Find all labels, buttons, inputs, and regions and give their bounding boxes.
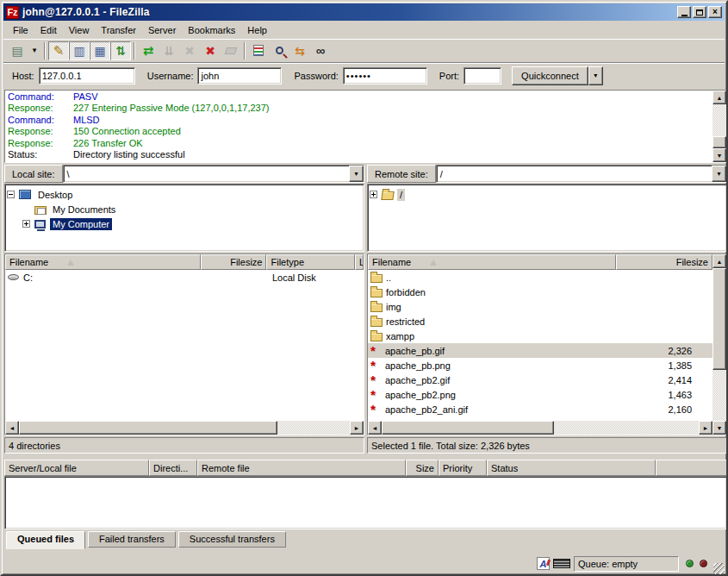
scrollbar-thumb[interactable]: [382, 421, 554, 435]
tree-label-selected-inactive[interactable]: /: [397, 189, 405, 201]
column-header-size[interactable]: Size: [406, 460, 439, 476]
port-input[interactable]: [464, 67, 501, 85]
scroll-up-button[interactable]: [712, 91, 726, 104]
menu-bookmarks[interactable]: Bookmarks: [182, 23, 241, 37]
refresh-button[interactable]: ⇄: [138, 41, 159, 60]
collapse-icon[interactable]: [7, 191, 15, 198]
scrollbar-thumb[interactable]: [712, 136, 726, 148]
remote-vertical-scrollbar[interactable]: [712, 254, 726, 435]
tree-label[interactable]: My Documents: [50, 203, 118, 216]
local-site-combobox[interactable]: \ ▾: [63, 165, 364, 183]
column-header-filetype[interactable]: Filetype: [266, 254, 355, 270]
column-header-filename[interactable]: Filename: [5, 254, 201, 270]
remote-site-dropdown[interactable]: ▾: [712, 166, 726, 182]
resize-grip[interactable]: [713, 563, 725, 574]
remote-site-combobox[interactable]: / ▾: [436, 165, 727, 183]
local-horizontal-scrollbar[interactable]: [5, 421, 364, 435]
site-manager-button[interactable]: ▤: [7, 41, 28, 60]
scroll-left-button[interactable]: [5, 421, 19, 435]
remote-row-file[interactable]: *apache_pb2_ani.gif2,160: [368, 402, 712, 416]
scrollbar-track[interactable]: [19, 421, 350, 435]
remote-row-folder[interactable]: restricted: [368, 314, 712, 329]
tab-failed-transfers[interactable]: Failed transfers: [88, 531, 176, 548]
column-header-filesize[interactable]: Filesize: [201, 254, 267, 270]
tree-item-root[interactable]: /: [370, 187, 725, 202]
tree-label[interactable]: Desktop: [35, 189, 75, 201]
toggle-remote-tree-button[interactable]: ▦: [90, 41, 110, 60]
scrollbar-track[interactable]: [712, 268, 726, 421]
scroll-up-button[interactable]: [712, 254, 726, 268]
local-site-dropdown[interactable]: ▾: [349, 166, 364, 182]
local-row-c-drive[interactable]: C: Local Disk: [5, 270, 364, 285]
quickconnect-button[interactable]: Quickconnect: [512, 66, 588, 85]
queue-body[interactable]: [4, 476, 727, 529]
column-header-filesize[interactable]: Filesize: [616, 254, 712, 270]
tree-item-my-documents[interactable]: My Documents: [7, 202, 362, 216]
column-header-status[interactable]: Status: [487, 460, 656, 476]
remote-row-parent-dir[interactable]: ..: [368, 270, 712, 285]
cancel-operation-button[interactable]: ✖: [179, 41, 200, 60]
scrollbar-track[interactable]: [382, 421, 699, 435]
menu-server[interactable]: Server: [142, 23, 182, 37]
tab-successful-transfers[interactable]: Successful transfers: [178, 531, 286, 548]
scroll-left-button[interactable]: [368, 421, 382, 435]
tree-item-my-computer[interactable]: My Computer: [7, 216, 362, 231]
expand-icon[interactable]: [22, 220, 30, 228]
username-input[interactable]: [197, 67, 282, 85]
tree-label-selected[interactable]: My Computer: [50, 218, 112, 230]
scrollbar-thumb[interactable]: [712, 268, 726, 370]
remote-site-path[interactable]: /: [437, 166, 712, 182]
scrollbar-track[interactable]: [712, 104, 726, 148]
reconnect-button[interactable]: [221, 41, 241, 60]
scroll-right-button[interactable]: [350, 421, 364, 435]
toggle-message-log-button[interactable]: ✎: [48, 41, 69, 60]
remote-row-folder[interactable]: xampp: [368, 329, 712, 343]
toggle-queue-button[interactable]: ⇅: [110, 41, 131, 60]
toggle-local-tree-button[interactable]: ▥: [69, 41, 90, 60]
menu-edit[interactable]: Edit: [34, 23, 63, 37]
log-scrollbar[interactable]: [712, 91, 726, 162]
tab-queued-files[interactable]: Queued files: [6, 531, 85, 549]
tree-item-desktop[interactable]: Desktop: [7, 187, 362, 202]
column-header-remote-file[interactable]: Remote file: [197, 460, 406, 476]
column-header-direction[interactable]: Directi...: [149, 460, 197, 476]
menu-transfer[interactable]: Transfer: [95, 23, 142, 37]
scrollbar-thumb[interactable]: [19, 421, 277, 435]
site-manager-dropdown[interactable]: ▾: [28, 41, 41, 60]
scroll-right-button[interactable]: [699, 421, 712, 435]
process-queue-button[interactable]: ⇊: [159, 41, 179, 60]
column-header-priority[interactable]: Priority: [439, 460, 487, 476]
minimize-button[interactable]: [677, 6, 691, 18]
directory-comparison-button[interactable]: [269, 41, 289, 60]
find-files-button[interactable]: ∞: [310, 41, 331, 60]
remote-row-folder[interactable]: img: [368, 299, 712, 314]
remote-row-file[interactable]: *apache_pb2.png1,463: [368, 387, 712, 402]
column-header-last-modified[interactable]: L: [355, 254, 364, 270]
password-input[interactable]: [343, 67, 427, 85]
title-bar[interactable]: Fz john@127.0.0.1 - FileZilla ×: [3, 3, 725, 21]
column-header-filename[interactable]: Filename: [368, 254, 616, 270]
host-input[interactable]: [39, 67, 135, 85]
menu-view[interactable]: View: [63, 23, 96, 37]
scroll-down-button[interactable]: [712, 148, 726, 162]
activity-led-red: [700, 560, 707, 567]
close-button[interactable]: ×: [708, 6, 722, 18]
local-site-path[interactable]: \: [64, 166, 349, 182]
synchronized-browsing-button[interactable]: ⇆: [289, 41, 310, 60]
speed-limit-icon[interactable]: [553, 559, 570, 568]
remote-row-file[interactable]: *apache_pb2.gif2,414: [368, 373, 712, 387]
directory-filters-button[interactable]: [248, 41, 269, 60]
quickconnect-dropdown[interactable]: ▾: [588, 66, 603, 85]
column-header-server-local-file[interactable]: Server/Local file: [4, 460, 149, 476]
remote-horizontal-scrollbar[interactable]: [368, 421, 712, 435]
transfer-type-icon[interactable]: A: [537, 557, 550, 570]
remote-row-file[interactable]: *apache_pb.png1,385: [368, 358, 712, 373]
disconnect-button[interactable]: ✖: [200, 41, 221, 60]
maximize-button[interactable]: [693, 6, 706, 18]
remote-row-file-selected[interactable]: *apache_pb.gif2,326: [368, 343, 712, 358]
expand-icon[interactable]: [370, 191, 377, 198]
remote-row-folder[interactable]: forbidden: [368, 285, 712, 299]
scroll-down-button[interactable]: [712, 421, 726, 435]
menu-help[interactable]: Help: [241, 23, 273, 37]
menu-file[interactable]: File: [7, 23, 34, 37]
